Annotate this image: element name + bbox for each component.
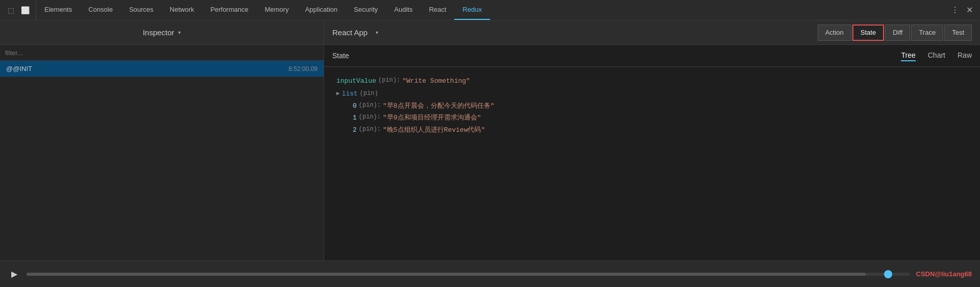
list-header: ▶ list (pin): [336, 88, 968, 100]
list-item-value: "早9点和项目经理开需求沟通会": [383, 112, 481, 124]
tab-react[interactable]: React: [421, 0, 454, 20]
right-tab-state[interactable]: State: [852, 25, 884, 41]
toolbar-icons: ⬚ ⬜: [0, 0, 36, 20]
right-header: React App ▾ ActionStateDiffTraceTest: [324, 20, 980, 45]
more-options-icon[interactable]: ⋮: [949, 5, 961, 16]
action-item[interactable]: @@INIT8:52:00.09: [0, 61, 324, 77]
top-bar-right: ⋮ ✕: [944, 5, 980, 16]
list-item: 2(pin):"晚5点组织人员进行Review代码": [336, 124, 968, 136]
list-item-pin: (pin):: [359, 112, 381, 123]
inputvalue-pin: (pin):: [378, 75, 400, 86]
right-tab-test[interactable]: Test: [944, 25, 972, 41]
inputvalue-row: inputValue (pin): "Write Something": [336, 75, 968, 87]
logo-text: CSDN@liu1ang68: [916, 270, 972, 278]
right-panel: React App ▾ ActionStateDiffTraceTest Sta…: [324, 20, 980, 260]
tab-network[interactable]: Network: [162, 0, 203, 20]
progress-bar[interactable]: [27, 273, 910, 276]
progress-thumb[interactable]: [884, 270, 892, 278]
tab-performance[interactable]: Performance: [202, 0, 256, 20]
inputvalue-value: "Write Something": [402, 75, 470, 87]
state-content: inputValue (pin): "Write Something" ▶ li…: [324, 67, 980, 260]
list-item-pin: (pin):: [359, 124, 381, 135]
state-label: State: [332, 52, 349, 60]
react-app-dropdown-icon[interactable]: ▾: [376, 30, 378, 35]
tab-audits[interactable]: Audits: [386, 0, 421, 20]
bottom-logo: CSDN@liu1ang68: [916, 270, 972, 278]
tab-elements[interactable]: Elements: [36, 0, 80, 20]
top-bar: ⬚ ⬜ ElementsConsoleSourcesNetworkPerform…: [0, 0, 980, 20]
action-timestamp: 8:52:00.09: [288, 65, 317, 73]
list-section: ▶ list (pin) 0(pin):"早8点开晨会，分配今天的代码任务"1(…: [336, 88, 968, 136]
close-icon[interactable]: ✕: [964, 5, 975, 16]
list-item: 0(pin):"早8点开晨会，分配今天的代码任务": [336, 100, 968, 112]
right-tabs-group: ActionStateDiffTraceTest: [818, 25, 972, 41]
tab-application[interactable]: Application: [297, 0, 346, 20]
top-tabs: ElementsConsoleSourcesNetworkPerformance…: [36, 0, 944, 20]
list-expand-icon[interactable]: ▶: [336, 89, 340, 99]
filter-bar: [0, 45, 324, 61]
state-view-tabs: TreeChartRaw: [901, 50, 972, 61]
action-name: @@INIT: [6, 65, 32, 73]
filter-input[interactable]: [5, 49, 318, 57]
right-tab-trace[interactable]: Trace: [911, 25, 943, 41]
action-list: @@INIT8:52:00.09: [0, 61, 324, 260]
list-item-value: "早8点开晨会，分配今天的代码任务": [383, 100, 494, 112]
inspector-dropdown-icon[interactable]: ▾: [178, 30, 181, 35]
main-content: Inspector ▾ @@INIT8:52:00.09 React App ▾…: [0, 20, 980, 260]
right-tab-action[interactable]: Action: [818, 25, 851, 41]
list-item-index: 1: [353, 112, 357, 124]
inspector-header: Inspector ▾: [0, 20, 324, 45]
list-item-index: 2: [353, 124, 357, 136]
list-pin: (pin): [360, 88, 378, 100]
list-item-pin: (pin):: [359, 100, 381, 111]
list-item-index: 0: [353, 100, 357, 112]
react-app-title: React App: [332, 28, 368, 37]
right-header-left: React App ▾: [332, 28, 378, 37]
tab-sources[interactable]: Sources: [121, 0, 162, 20]
list-item: 1(pin):"早9点和项目经理开需求沟通会": [336, 112, 968, 124]
tab-security[interactable]: Security: [346, 0, 386, 20]
state-view-tab-raw[interactable]: Raw: [958, 50, 972, 61]
list-item-value: "晚5点组织人员进行Review代码": [383, 124, 485, 136]
tab-console[interactable]: Console: [80, 0, 121, 20]
right-tab-diff[interactable]: Diff: [885, 25, 910, 41]
left-panel: Inspector ▾ @@INIT8:52:00.09: [0, 20, 324, 260]
list-items: 0(pin):"早8点开晨会，分配今天的代码任务"1(pin):"早9点和项目经…: [336, 100, 968, 136]
bottom-bar: ▶ CSDN@liu1ang68: [0, 260, 980, 287]
list-key: list: [342, 88, 358, 100]
tab-memory[interactable]: Memory: [257, 0, 297, 20]
inputvalue-key: inputValue: [336, 75, 376, 87]
state-view-tab-chart[interactable]: Chart: [928, 50, 945, 61]
state-view-tab-tree[interactable]: Tree: [901, 50, 915, 61]
inspect-element-icon[interactable]: ⬚: [5, 5, 16, 16]
state-header-row: State TreeChartRaw: [324, 45, 980, 67]
device-mode-icon[interactable]: ⬜: [19, 5, 31, 16]
inspector-title: Inspector: [143, 28, 175, 37]
state-section: State TreeChartRaw inputValue (pin): "Wr…: [324, 45, 980, 260]
progress-bar-fill: [27, 273, 866, 276]
play-button[interactable]: ▶: [8, 268, 20, 280]
tab-redux[interactable]: Redux: [454, 0, 490, 20]
